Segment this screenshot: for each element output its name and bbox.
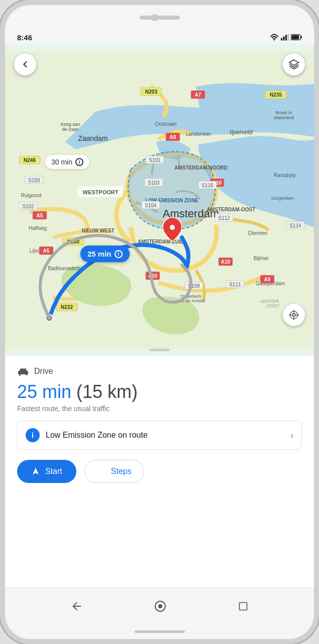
svg-text:S102: S102	[22, 204, 34, 209]
svg-text:S112: S112	[218, 215, 230, 221]
alternate-route-badge: 30 min i	[45, 155, 89, 169]
svg-point-92	[158, 604, 162, 608]
svg-text:S104: S104	[145, 203, 157, 208]
wifi-icon	[270, 34, 279, 41]
svg-text:NIEUW WEST: NIEUW WEST	[82, 228, 115, 233]
svg-text:A5: A5	[37, 213, 43, 218]
svg-text:Badhoevedorp: Badhoevedorp	[48, 266, 80, 271]
svg-rect-3	[285, 35, 287, 40]
alternate-route-duration: 30 min	[51, 158, 72, 166]
svg-text:S101: S101	[149, 157, 161, 163]
svg-point-85	[170, 225, 175, 230]
svg-point-87	[292, 313, 295, 316]
svg-text:Ilperveld: Ilperveld	[230, 129, 253, 136]
svg-point-89	[20, 373, 21, 375]
svg-rect-93	[239, 602, 247, 610]
svg-text:S150: S150	[28, 178, 40, 183]
svg-rect-4	[287, 34, 289, 41]
bottom-panel: Drive 25 min (15 km) Fastest route, the …	[5, 356, 314, 588]
svg-text:Halfweg: Halfweg	[29, 225, 47, 231]
android-nav-bar	[5, 588, 314, 624]
route-duration: 25 min	[17, 381, 71, 402]
status-icons	[270, 34, 302, 41]
action-buttons: Start Steps	[17, 460, 302, 491]
svg-text:Oostzaan: Oostzaan	[155, 121, 177, 127]
car-icon	[17, 366, 29, 376]
svg-text:Landsmeer: Landsmeer	[186, 131, 211, 137]
map-layers-button[interactable]	[283, 53, 305, 75]
steps-icon	[97, 467, 106, 476]
lez-banner-text: Low Emission Zone on route	[46, 431, 148, 440]
lez-banner[interactable]: i Low Emission Zone on route ›	[17, 421, 302, 450]
start-button-label: Start	[45, 467, 62, 476]
svg-rect-7	[301, 36, 302, 38]
navigation-icon	[31, 467, 40, 476]
route-distance: (15 km)	[76, 381, 138, 402]
phone-bottom-pill	[135, 630, 185, 633]
route-time-display: 25 min (15 km)	[17, 381, 302, 403]
svg-rect-2	[283, 36, 284, 40]
battery-icon	[291, 34, 302, 40]
lez-info-icon: i	[26, 428, 40, 442]
lez-banner-left: i Low Emission Zone on route	[26, 428, 148, 442]
svg-marker-86	[289, 60, 298, 65]
svg-text:...OOST: ...OOST	[263, 303, 280, 308]
svg-text:S116: S116	[201, 183, 214, 188]
info-icon-2: i	[115, 250, 123, 258]
svg-rect-1	[281, 38, 282, 41]
phone-bottom-bar	[5, 624, 314, 639]
svg-text:A10: A10	[221, 259, 231, 265]
svg-text:N235: N235	[270, 92, 282, 98]
status-bar: 8:46	[5, 30, 314, 44]
info-icon-1: i	[75, 158, 83, 166]
signal-icon	[281, 34, 289, 41]
start-button[interactable]: Start	[17, 460, 76, 483]
svg-text:N203: N203	[145, 89, 157, 95]
svg-text:AMSTERDAM-NOORD: AMSTERDAM-NOORD	[174, 165, 228, 171]
svg-text:Broek in: Broek in	[275, 110, 292, 115]
status-time: 8:46	[17, 33, 32, 42]
phone-top-bar	[5, 5, 314, 30]
svg-text:Diemen: Diemen	[248, 230, 267, 236]
svg-text:WESTPOORT: WESTPOORT	[83, 189, 119, 195]
steps-button[interactable]: Steps	[84, 460, 144, 483]
steps-button-label: Steps	[111, 467, 132, 476]
map-drag-handle[interactable]	[150, 349, 170, 351]
svg-text:N246: N246	[24, 157, 36, 163]
svg-text:Waterland: Waterland	[274, 115, 294, 120]
primary-route-badge: 25 min i	[80, 246, 130, 262]
svg-text:A7: A7	[195, 92, 201, 98]
lez-chevron-icon: ›	[290, 430, 293, 441]
svg-text:Ransdorp: Ransdorp	[274, 173, 296, 178]
svg-text:N232: N232	[61, 304, 73, 310]
route-description: Fastest route, the usual traffic	[17, 405, 302, 413]
svg-text:A9: A9	[264, 277, 271, 282]
svg-text:Bijlmer: Bijlmer	[254, 256, 269, 261]
drive-label: Drive	[34, 367, 53, 376]
svg-text:S111: S111	[229, 282, 241, 287]
svg-rect-6	[292, 35, 299, 39]
phone-speaker	[140, 16, 180, 20]
svg-text:de Zaan: de Zaan	[62, 127, 78, 132]
svg-text:Zaandam: Zaandam	[78, 134, 108, 142]
svg-text:S103: S103	[148, 180, 160, 186]
phone-camera	[151, 14, 158, 21]
nav-home-button[interactable]	[154, 600, 166, 612]
svg-text:A8: A8	[170, 134, 176, 140]
map-container: WESTPOORT LOW EMISSION ZONE AMSTERDAM-NO…	[5, 44, 314, 356]
nav-recent-button[interactable]	[238, 601, 248, 611]
primary-route-duration: 25 min	[87, 250, 112, 258]
phone-frame: 8:46	[0, 0, 319, 644]
svg-point-90	[26, 373, 27, 375]
svg-text:Ruigoord: Ruigoord	[21, 193, 42, 198]
svg-text:Koog aan: Koog aan	[61, 122, 80, 127]
svg-point-0	[274, 40, 275, 41]
nav-back-button[interactable]	[71, 601, 82, 612]
back-button[interactable]	[14, 53, 36, 75]
my-location-button[interactable]	[283, 304, 305, 326]
svg-text:Durgerdam: Durgerdam	[271, 196, 294, 201]
svg-text:A5: A5	[43, 248, 50, 254]
drive-header: Drive	[17, 366, 302, 376]
svg-text:S114: S114	[289, 223, 301, 228]
